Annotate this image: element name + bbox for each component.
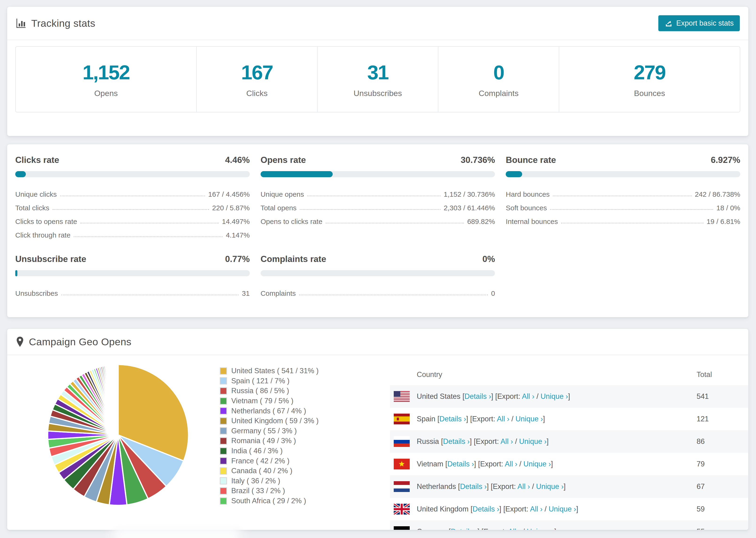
export-unique-link-gb[interactable]: Unique › — [549, 505, 576, 513]
country-name: Russia — [417, 437, 439, 446]
stats-summary: 1,152Opens167Clicks31Unsubscribes0Compla… — [15, 46, 740, 112]
legend-swatch — [220, 407, 227, 414]
detail-label: Total clicks — [15, 204, 49, 212]
table-row-us: United States [Details ›] [Export: All ›… — [390, 385, 748, 408]
export-unique-link-vn[interactable]: Unique › — [523, 460, 551, 468]
stat-cell-bounces: 279Bounces — [559, 47, 740, 112]
total-cell: 59 — [697, 505, 748, 513]
legend-item: Spain ( 121 / 7% ) — [220, 376, 319, 386]
legend-swatch — [220, 427, 227, 435]
details-link-nl[interactable]: Details › — [460, 482, 487, 491]
rate-value: 30.736% — [460, 155, 495, 165]
detail-value: 4.147% — [226, 231, 250, 239]
progress-bar — [506, 171, 740, 177]
export-all-link-de[interactable]: All › — [508, 527, 520, 530]
rate-value: 6.927% — [711, 155, 740, 165]
detail-row: Unique opens1,152 / 30.736% — [261, 185, 495, 198]
detail-label: Unsubscribes — [15, 290, 58, 297]
rate-detail-rows: Unique opens1,152 / 30.736%Total opens2,… — [261, 185, 495, 226]
legend-item: Germany ( 55 / 3% ) — [220, 426, 319, 436]
export-unique-link-de[interactable]: Unique › — [527, 527, 554, 530]
rate-section-bounce: Bounce rate6.927%Hard bounces242 / 86.73… — [506, 155, 740, 239]
detail-value: 31 — [242, 290, 249, 297]
table-row-nl: Netherlands [Details ›] [Export: All › /… — [390, 475, 748, 498]
detail-value: 167 / 4.456% — [208, 190, 250, 198]
dotted-leader — [61, 295, 239, 295]
progress-bar-fill — [261, 171, 333, 177]
progress-bar — [261, 171, 495, 177]
export-all-link-es[interactable]: All › — [497, 415, 509, 423]
dotted-leader — [326, 223, 464, 224]
campaign-geo-opens-card: Campaign Geo Opens United States ( 541 /… — [7, 329, 748, 530]
export-unique-link-nl[interactable]: Unique › — [536, 482, 564, 491]
rate-head: Complaints rate0% — [261, 254, 495, 264]
dotted-leader — [74, 237, 223, 237]
progress-bar-fill — [15, 171, 26, 177]
country-name: Spain — [417, 415, 435, 423]
total-cell: 67 — [697, 482, 748, 491]
pie-slice-57[interactable] — [118, 364, 118, 435]
legend-swatch — [220, 377, 227, 385]
detail-row: Unsubscribes31 — [15, 284, 250, 297]
stat-value: 279 — [634, 61, 665, 84]
dotted-leader — [80, 223, 219, 224]
geo-title: Campaign Geo Opens — [29, 336, 132, 348]
country-cell: Germany [Details ›] [Export: All › / Uni… — [390, 526, 697, 530]
export-icon — [665, 19, 673, 27]
legend-swatch — [220, 457, 227, 464]
export-unique-link-ru[interactable]: Unique › — [519, 437, 547, 446]
legend-swatch — [220, 367, 227, 375]
table-row-vn: Vietnam [Details ›] [Export: All › / Uni… — [390, 453, 748, 475]
geo-opens-pie-chart[interactable] — [46, 363, 190, 507]
total-cell: 79 — [697, 460, 748, 468]
table-row-gb: United Kingdom [Details ›] [Export: All … — [390, 498, 748, 520]
country-line: Germany [Details ›] [Export: All › / Uni… — [417, 527, 556, 530]
country-name: United Kingdom — [417, 505, 469, 513]
detail-row: Clicks to opens rate14.497% — [15, 212, 250, 226]
details-link-de[interactable]: Details › — [451, 527, 477, 530]
detail-label: Unique opens — [261, 190, 304, 198]
rate-section-clicks: Clicks rate4.46%Unique clicks167 / 4.456… — [15, 155, 250, 239]
rate-title: Opens rate — [261, 155, 306, 165]
country-line: United States [Details ›] [Export: All ›… — [417, 392, 570, 401]
detail-row: Opens to clicks rate689.82% — [261, 212, 495, 226]
export-basic-stats-button[interactable]: Export basic stats — [658, 15, 740, 31]
column-header-country: Country — [390, 370, 697, 379]
country-name: Netherlands — [417, 482, 456, 491]
legend-label: United Kingdom ( 59 / 3% ) — [231, 417, 319, 425]
export-unique-link-es[interactable]: Unique › — [515, 415, 543, 423]
details-link-us[interactable]: Details › — [464, 392, 491, 401]
country-cell: Vietnam [Details ›] [Export: All › / Uni… — [390, 459, 697, 469]
country-cell: Spain [Details ›] [Export: All › / Uniqu… — [390, 413, 697, 424]
legend-label: South Africa ( 29 / 2% ) — [231, 497, 306, 505]
details-link-ru[interactable]: Details › — [443, 437, 470, 446]
legend-item: South Africa ( 29 / 2% ) — [220, 496, 319, 506]
dotted-leader — [53, 209, 209, 210]
stat-value: 31 — [367, 61, 388, 84]
details-link-es[interactable]: Details › — [440, 415, 466, 423]
export-unique-link-us[interactable]: Unique › — [540, 392, 568, 401]
stat-label: Opens — [94, 89, 118, 98]
legend-label: Italy ( 36 / 2% ) — [231, 477, 280, 485]
legend-swatch — [220, 387, 227, 395]
export-all-link-nl[interactable]: All › — [517, 482, 530, 491]
rate-detail-rows: Complaints0 — [261, 284, 495, 297]
es-flag-icon — [394, 413, 410, 424]
legend-swatch — [220, 417, 227, 425]
rates-card: Clicks rate4.46%Unique clicks167 / 4.456… — [7, 144, 748, 317]
legend-item: Russia ( 86 / 5% ) — [220, 386, 319, 396]
export-all-link-gb[interactable]: All › — [530, 505, 542, 513]
bar-chart-icon — [16, 18, 27, 28]
export-all-link-ru[interactable]: All › — [501, 437, 513, 446]
export-all-link-us[interactable]: All › — [522, 392, 534, 401]
export-all-link-vn[interactable]: All › — [505, 460, 517, 468]
details-link-vn[interactable]: Details › — [447, 460, 474, 468]
details-link-gb[interactable]: Details › — [473, 505, 499, 513]
stat-value: 0 — [493, 61, 504, 84]
stat-label: Unsubscribes — [353, 89, 402, 98]
ru-flag-icon — [394, 436, 410, 447]
detail-label: Opens to clicks rate — [261, 218, 322, 226]
column-header-total: Total — [697, 370, 748, 379]
rate-title: Complaints rate — [261, 254, 326, 264]
detail-value: 2,303 / 61.446% — [444, 204, 495, 212]
